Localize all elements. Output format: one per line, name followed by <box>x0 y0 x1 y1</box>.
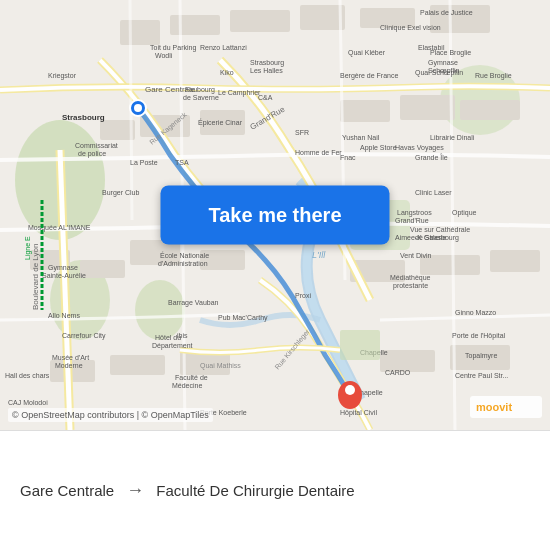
svg-point-114 <box>134 104 142 112</box>
svg-text:Strasbourg: Strasbourg <box>250 59 284 67</box>
svg-text:Kriegstor: Kriegstor <box>48 72 77 80</box>
svg-text:Barrage Vauban: Barrage Vauban <box>168 299 219 307</box>
svg-rect-26 <box>110 355 165 375</box>
svg-rect-15 <box>340 100 390 122</box>
svg-text:Homme de Fer: Homme de Fer <box>295 149 342 156</box>
app: Gare Centrale Kriegstor Strasbourg Rue K… <box>0 0 550 550</box>
svg-text:Moderne: Moderne <box>55 362 83 369</box>
svg-text:Elastabil: Elastabil <box>418 44 445 51</box>
svg-text:Kiko: Kiko <box>220 69 234 76</box>
svg-text:Proxi: Proxi <box>295 292 311 299</box>
svg-text:Allo Nems: Allo Nems <box>48 312 80 319</box>
route-info: Gare Centrale → Faculté De Chirurgie Den… <box>20 480 530 501</box>
svg-text:Rue Broglie: Rue Broglie <box>475 72 512 80</box>
svg-text:La Poste: La Poste <box>130 159 158 166</box>
svg-text:protestante: protestante <box>393 282 428 290</box>
svg-text:L'Ill: L'Ill <box>312 250 326 260</box>
origin-label: Gare Centrale <box>20 482 114 499</box>
svg-text:Centre Paul Str...: Centre Paul Str... <box>455 372 508 379</box>
svg-text:Havas Voyages: Havas Voyages <box>395 144 444 152</box>
svg-rect-8 <box>230 10 290 32</box>
svg-text:Optique: Optique <box>452 209 477 217</box>
svg-text:Commissariat: Commissariat <box>75 142 118 149</box>
svg-text:C&A: C&A <box>258 94 273 101</box>
svg-text:Topalmyre: Topalmyre <box>465 352 497 360</box>
svg-text:Clinic Laser: Clinic Laser <box>415 189 452 196</box>
svg-rect-24 <box>490 250 540 272</box>
svg-text:Ligne E: Ligne E <box>24 236 32 260</box>
svg-text:Bergère de France: Bergère de France <box>340 72 398 80</box>
destination-label: Faculté De Chirurgie Dentaire <box>156 482 354 499</box>
svg-text:Vue sur Cathédrale: Vue sur Cathédrale <box>410 226 470 233</box>
svg-text:Palais de Justice: Palais de Justice <box>420 9 473 16</box>
svg-text:Hall des chars: Hall des chars <box>5 372 50 379</box>
svg-text:Carrefour City: Carrefour City <box>62 332 106 340</box>
svg-text:de police: de police <box>78 150 106 158</box>
svg-text:Quai Kléber: Quai Kléber <box>348 49 386 57</box>
svg-text:de Saverne: de Saverne <box>183 94 219 101</box>
bottom-bar: Gare Centrale → Faculté De Chirurgie Den… <box>0 430 550 550</box>
svg-rect-7 <box>170 15 220 35</box>
svg-text:École Nationale: École Nationale <box>160 251 209 259</box>
svg-text:Sainte-Aurélie: Sainte-Aurélie <box>42 272 86 279</box>
svg-text:ibis: ibis <box>177 332 188 339</box>
svg-text:Faculté de: Faculté de <box>175 374 208 381</box>
svg-text:CAJ Molodoi: CAJ Molodoi <box>8 399 48 406</box>
svg-rect-16 <box>400 95 455 120</box>
svg-text:Fnac: Fnac <box>340 154 356 161</box>
svg-text:Épicerie Cinar: Épicerie Cinar <box>198 118 243 127</box>
moovit-logo: moovit <box>470 396 542 422</box>
svg-text:Schœpflin: Schœpflin <box>428 67 460 75</box>
svg-text:SFR: SFR <box>295 129 309 136</box>
svg-text:Vent Divin: Vent Divin <box>400 252 432 259</box>
svg-text:Quai Mathiss: Quai Mathiss <box>200 362 241 370</box>
svg-text:Grande Île: Grande Île <box>415 153 448 161</box>
svg-text:Hôpital Civil: Hôpital Civil <box>340 409 377 417</box>
svg-text:Gymnase: Gymnase <box>48 264 78 272</box>
svg-text:Gymnase: Gymnase <box>428 59 458 67</box>
svg-point-116 <box>345 385 355 395</box>
svg-text:CARDO: CARDO <box>385 369 411 376</box>
svg-text:Boulevard de Lyon: Boulevard de Lyon <box>31 244 40 310</box>
svg-text:Les Halles: Les Halles <box>250 67 283 74</box>
svg-text:Burger Club: Burger Club <box>102 189 139 197</box>
svg-rect-19 <box>80 260 125 278</box>
svg-text:Musée d'Art: Musée d'Art <box>52 354 89 361</box>
svg-text:Pub Mac'Carthy: Pub Mac'Carthy <box>218 314 268 322</box>
svg-text:Wodli: Wodli <box>155 52 173 59</box>
take-me-there-button[interactable]: Take me there <box>160 186 389 245</box>
map-attribution: © OpenStreetMap contributors | © OpenMap… <box>8 408 213 422</box>
svg-text:Médiathèque: Médiathèque <box>390 274 431 282</box>
svg-text:Département: Département <box>152 342 193 350</box>
svg-text:Librairie Dinali: Librairie Dinali <box>430 134 475 141</box>
svg-text:TSA: TSA <box>175 159 189 166</box>
svg-text:Médecine: Médecine <box>172 382 202 389</box>
svg-rect-17 <box>460 100 520 120</box>
svg-rect-117 <box>340 330 380 360</box>
svg-rect-9 <box>300 5 345 30</box>
svg-text:de Strasbourg: de Strasbourg <box>415 234 459 242</box>
svg-text:Faubourg: Faubourg <box>185 86 215 94</box>
svg-text:Clinique Exel vision: Clinique Exel vision <box>380 24 441 32</box>
map-container: Gare Centrale Kriegstor Strasbourg Rue K… <box>0 0 550 430</box>
svg-text:moovit: moovit <box>476 401 512 413</box>
svg-text:Langstroos: Langstroos <box>397 209 432 217</box>
svg-rect-6 <box>120 20 160 45</box>
svg-text:d'Administration: d'Administration <box>158 260 208 267</box>
arrow-right-icon: → <box>126 480 144 501</box>
svg-text:Yushan Nail: Yushan Nail <box>342 134 380 141</box>
svg-text:Apple Store: Apple Store <box>360 144 397 152</box>
svg-text:Mosquée AL'IMANE: Mosquée AL'IMANE <box>28 224 91 232</box>
svg-text:Renzo Lattanzi: Renzo Lattanzi <box>200 44 247 51</box>
svg-text:Le Camphrier: Le Camphrier <box>218 89 261 97</box>
svg-point-4 <box>135 280 185 340</box>
svg-text:Toit du Parking: Toit du Parking <box>150 44 196 52</box>
svg-text:Strasbourg: Strasbourg <box>62 113 105 122</box>
svg-text:Grand'Rue: Grand'Rue <box>395 217 429 224</box>
svg-text:Porte de l'Hôpital: Porte de l'Hôpital <box>452 332 506 340</box>
svg-text:Ginno Mazzo: Ginno Mazzo <box>455 309 496 316</box>
